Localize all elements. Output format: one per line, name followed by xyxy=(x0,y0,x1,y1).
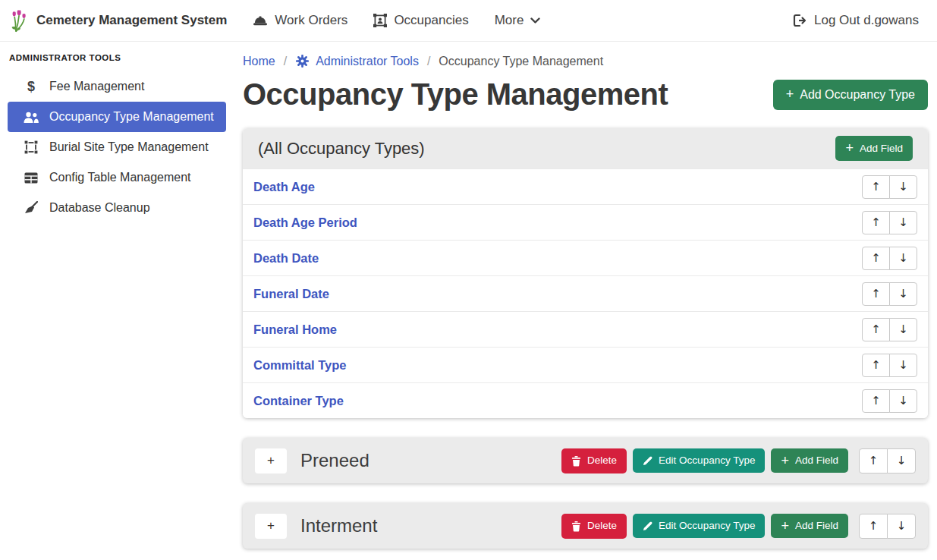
all-occupancy-types-header: (All Occupancy Types) + Add Field xyxy=(243,128,928,168)
edit-occupancy-type-label: Edit Occupancy Type xyxy=(659,455,755,466)
move-up-button[interactable]: ↑ xyxy=(862,389,890,413)
logout-button[interactable]: Log Out d.gowans xyxy=(792,13,919,28)
field-link-death-date[interactable]: Death Date xyxy=(253,251,319,266)
delete-button[interactable]: Delete xyxy=(561,448,627,473)
add-field-label: Add Field xyxy=(860,143,903,154)
sidebar-item-database-cleanup[interactable]: Database Cleanup xyxy=(0,193,235,223)
move-down-button[interactable]: ↓ xyxy=(889,318,917,341)
move-up-button[interactable]: ↑ xyxy=(862,354,890,377)
nav-occupancies[interactable]: Occupancies xyxy=(373,13,468,28)
field-row: Death Date ↑ ↓ xyxy=(243,240,928,275)
move-up-button[interactable]: ↑ xyxy=(859,514,888,539)
reorder-control: ↑ ↓ xyxy=(862,175,917,199)
expand-button[interactable]: + xyxy=(255,448,287,473)
reorder-control: ↑ ↓ xyxy=(859,514,916,539)
sidebar-item-fee-management[interactable]: $ Fee Management xyxy=(0,71,235,102)
breadcrumb-current: Occupancy Type Management xyxy=(439,55,603,68)
plus-icon: + xyxy=(786,89,794,99)
field-link-funeral-date[interactable]: Funeral Date xyxy=(253,287,329,301)
field-row: Funeral Home ↑ ↓ xyxy=(243,311,928,347)
edit-occupancy-type-button[interactable]: Edit Occupancy Type xyxy=(633,448,765,473)
sign-out-icon xyxy=(792,14,807,27)
section-title: Preneed xyxy=(300,450,369,471)
field-link-death-age-period[interactable]: Death Age Period xyxy=(253,216,357,230)
sidebar-item-label: Fee Management xyxy=(49,80,144,93)
move-down-button[interactable]: ↓ xyxy=(889,354,917,377)
move-up-button[interactable]: ↑ xyxy=(862,175,890,199)
app-brand[interactable]: Cemetery Management System xyxy=(11,7,227,34)
field-row: Funeral Date ↑ ↓ xyxy=(243,275,928,311)
broom-icon xyxy=(23,201,39,215)
gear-icon xyxy=(295,54,310,68)
move-down-button[interactable]: ↓ xyxy=(889,389,917,413)
portrait-icon xyxy=(373,14,387,27)
field-link-funeral-home[interactable]: Funeral Home xyxy=(253,322,337,337)
users-icon xyxy=(23,112,39,123)
add-occupancy-type-button[interactable]: + Add Occupancy Type xyxy=(773,80,928,110)
dollar-icon: $ xyxy=(23,79,39,95)
plus-icon: + xyxy=(845,143,854,153)
delete-label: Delete xyxy=(587,455,617,466)
move-up-button[interactable]: ↑ xyxy=(862,247,890,270)
sidebar-heading: ADMINISTRATOR TOOLS xyxy=(0,46,235,71)
navbar-links: Work Orders Occupancies More xyxy=(253,13,540,28)
field-row: Container Type ↑ ↓ xyxy=(243,382,928,418)
delete-button[interactable]: Delete xyxy=(561,514,627,539)
move-down-button[interactable]: ↓ xyxy=(889,175,917,199)
sidebar-item-config-table-management[interactable]: Config Table Management xyxy=(0,162,235,193)
occupancy-type-section-preneed: + Preneed Delete xyxy=(243,438,928,483)
delete-label: Delete xyxy=(587,521,617,531)
sidebar-item-burial-site-type-management[interactable]: Burial Site Type Management xyxy=(0,132,235,162)
sidebar-item-label: Burial Site Type Management xyxy=(49,140,209,154)
add-field-button[interactable]: + Add Field xyxy=(835,136,913,160)
breadcrumb-admin-tools-label: Administrator Tools xyxy=(316,55,419,68)
breadcrumb-admin-tools-link[interactable]: Administrator Tools xyxy=(295,54,419,68)
field-row: Committal Type ↑ ↓ xyxy=(243,347,928,382)
section-title: Interment xyxy=(300,515,377,536)
expand-button[interactable]: + xyxy=(255,514,287,539)
field-link-committal-type[interactable]: Committal Type xyxy=(253,358,347,373)
edit-occupancy-type-button[interactable]: Edit Occupancy Type xyxy=(633,514,765,538)
section-actions: Delete Edit Occupancy Type + Add Field ↑ xyxy=(561,448,916,473)
admin-sidebar: ADMINISTRATOR TOOLS $ Fee Management Occ… xyxy=(0,42,235,560)
move-up-button[interactable]: ↑ xyxy=(859,448,888,473)
reorder-control: ↑ ↓ xyxy=(862,354,917,377)
breadcrumb-home-link[interactable]: Home xyxy=(243,55,275,68)
move-down-button[interactable]: ↓ xyxy=(889,211,917,234)
reorder-control: ↑ ↓ xyxy=(862,282,917,306)
move-up-button[interactable]: ↑ xyxy=(862,211,890,234)
move-up-button[interactable]: ↑ xyxy=(862,282,890,306)
move-down-button[interactable]: ↓ xyxy=(889,247,917,270)
nav-occupancies-label: Occupancies xyxy=(394,13,468,28)
reorder-control: ↑ ↓ xyxy=(862,211,917,234)
reorder-control: ↑ ↓ xyxy=(862,318,917,341)
field-link-death-age[interactable]: Death Age xyxy=(253,180,315,194)
add-field-button[interactable]: + Add Field xyxy=(771,448,848,473)
field-link-container-type[interactable]: Container Type xyxy=(253,394,344,408)
sidebar-item-label: Database Cleanup xyxy=(49,201,150,215)
sidebar-item-occupancy-type-management[interactable]: Occupancy Type Management xyxy=(8,102,226,132)
sidebar-item-label: Config Table Management xyxy=(49,171,191,184)
move-down-button[interactable]: ↓ xyxy=(889,282,917,306)
add-field-label: Add Field xyxy=(795,455,838,466)
reorder-control: ↑ ↓ xyxy=(862,247,917,270)
all-occupancy-types-card: (All Occupancy Types) + Add Field Death … xyxy=(243,128,928,418)
move-down-button[interactable]: ↓ xyxy=(887,514,916,539)
pencil-icon xyxy=(643,456,652,466)
top-navbar: Cemetery Management System Work Orders xyxy=(0,0,937,42)
add-field-button[interactable]: + Add Field xyxy=(771,514,848,538)
nav-more[interactable]: More xyxy=(495,13,541,28)
section-actions: Delete Edit Occupancy Type + Add Field ↑ xyxy=(561,514,916,539)
table-icon xyxy=(23,172,39,184)
move-down-button[interactable]: ↓ xyxy=(887,448,916,473)
vector-square-icon xyxy=(23,140,39,154)
logout-label: Log Out d.gowans xyxy=(814,13,919,28)
reorder-control: ↑ ↓ xyxy=(862,389,917,413)
nav-work-orders[interactable]: Work Orders xyxy=(253,13,347,28)
breadcrumb-separator: / xyxy=(284,55,287,68)
occupancy-type-section-interment: + Interment Delete xyxy=(243,503,928,549)
page-title: Occupancy Type Management xyxy=(243,77,668,112)
move-up-button[interactable]: ↑ xyxy=(862,318,890,341)
card-title: (All Occupancy Types) xyxy=(258,139,425,159)
nav-work-orders-label: Work Orders xyxy=(275,13,347,28)
